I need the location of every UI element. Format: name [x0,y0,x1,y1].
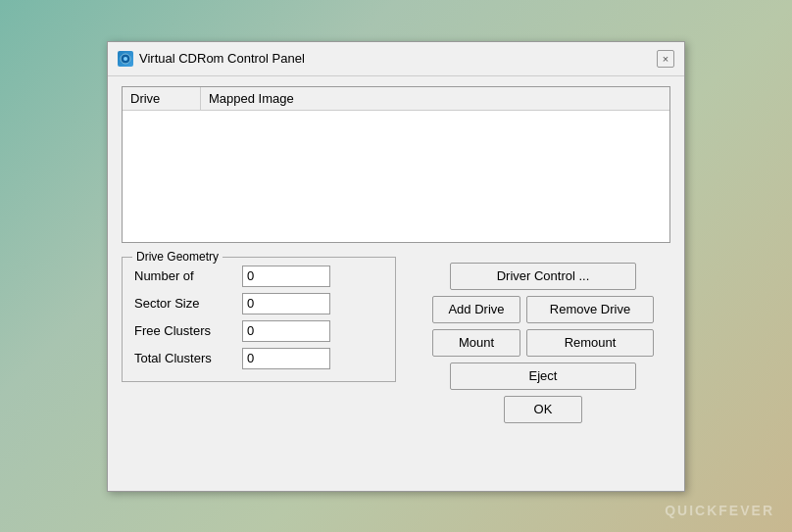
drive-list[interactable]: Drive Mapped Image [122,86,670,243]
geometry-row-number-of: Number of [134,266,383,287]
label-total-clusters: Total Clusters [134,351,242,365]
btn-row-driver-control: Driver Control ... [416,263,670,290]
input-sector-size[interactable] [242,293,330,314]
title-bar: Virtual CDRom Control Panel × [108,42,684,76]
btn-row-mount-remount: Mount Remount [416,329,670,357]
btn-row-eject: Eject [416,363,670,390]
input-number-of[interactable] [242,266,330,287]
label-free-clusters: Free Clusters [134,323,242,338]
drive-list-body [123,111,669,240]
svg-point-1 [124,57,127,61]
geometry-row-free-clusters: Free Clusters [134,320,383,342]
drive-geometry-group: Drive Geometry Number of Sector Size Fre… [122,257,396,382]
ok-button[interactable]: OK [504,396,582,423]
title-bar-left: Virtual CDRom Control Panel [118,51,305,67]
label-sector-size: Sector Size [134,296,242,311]
remount-button[interactable]: Remount [526,329,654,357]
label-number-of: Number of [134,268,242,283]
app-icon [118,51,133,67]
btn-row-add-remove: Add Drive Remove Drive [416,296,670,323]
add-drive-button[interactable]: Add Drive [432,296,520,323]
window-content: Drive Mapped Image Drive Geometry Number… [108,76,684,437]
buttons-panel: Driver Control ... Add Drive Remove Driv… [416,257,670,423]
main-window: Virtual CDRom Control Panel × Drive Mapp… [107,41,685,492]
input-free-clusters[interactable] [242,320,330,342]
col-mapped-image: Mapped Image [201,87,669,110]
eject-button[interactable]: Eject [450,363,636,390]
input-total-clusters[interactable] [242,348,330,369]
driver-control-button[interactable]: Driver Control ... [450,263,636,290]
remove-drive-button[interactable]: Remove Drive [526,296,654,323]
geometry-row-sector-size: Sector Size [134,293,383,314]
watermark: QUICKFEVER [665,503,774,518]
geometry-legend: Drive Geometry [132,250,223,264]
close-button[interactable]: × [657,50,674,68]
mount-button[interactable]: Mount [432,329,520,357]
geometry-row-total-clusters: Total Clusters [134,348,383,369]
bottom-section: Drive Geometry Number of Sector Size Fre… [122,257,670,423]
btn-row-ok: OK [416,396,670,423]
window-title: Virtual CDRom Control Panel [139,51,305,66]
drive-list-header: Drive Mapped Image [123,87,669,111]
col-drive: Drive [123,87,201,110]
